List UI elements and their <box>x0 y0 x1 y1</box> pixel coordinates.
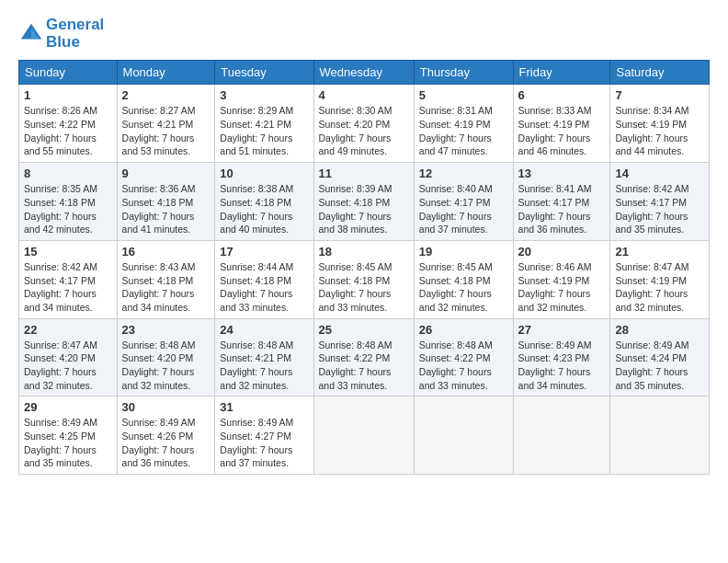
calendar-cell <box>414 396 513 475</box>
calendar-cell: 27Sunrise: 8:49 AMSunset: 4:23 PMDayligh… <box>513 318 610 396</box>
cell-info: Sunrise: 8:47 AMSunset: 4:19 PMDaylight:… <box>615 260 704 315</box>
calendar-header-wednesday: Wednesday <box>313 61 414 85</box>
calendar-cell: 28Sunrise: 8:49 AMSunset: 4:24 PMDayligh… <box>610 318 710 396</box>
calendar-header-thursday: Thursday <box>414 61 513 85</box>
calendar-header-monday: Monday <box>117 61 215 85</box>
calendar-cell: 18Sunrise: 8:45 AMSunset: 4:18 PMDayligh… <box>313 240 414 318</box>
logo-text: General Blue <box>46 17 104 51</box>
day-number: 6 <box>518 88 606 102</box>
cell-info: Sunrise: 8:46 AMSunset: 4:19 PMDaylight:… <box>518 260 606 315</box>
cell-info: Sunrise: 8:49 AMSunset: 4:27 PMDaylight:… <box>220 416 308 470</box>
calendar-cell: 7Sunrise: 8:34 AMSunset: 4:19 PMDaylight… <box>610 85 710 163</box>
cell-info: Sunrise: 8:48 AMSunset: 4:22 PMDaylight:… <box>319 339 409 393</box>
day-number: 16 <box>122 245 210 259</box>
calendar-cell: 30Sunrise: 8:49 AMSunset: 4:26 PMDayligh… <box>117 396 215 475</box>
calendar-cell: 16Sunrise: 8:43 AMSunset: 4:18 PMDayligh… <box>117 240 215 318</box>
calendar-header-sunday: Sunday <box>19 61 118 85</box>
calendar-cell: 12Sunrise: 8:40 AMSunset: 4:17 PMDayligh… <box>414 163 513 241</box>
cell-info: Sunrise: 8:45 AMSunset: 4:18 PMDaylight:… <box>319 260 409 315</box>
cell-info: Sunrise: 8:47 AMSunset: 4:20 PMDaylight:… <box>24 339 112 393</box>
calendar-cell: 17Sunrise: 8:44 AMSunset: 4:18 PMDayligh… <box>215 240 313 318</box>
day-number: 2 <box>122 88 210 102</box>
day-number: 7 <box>615 88 704 102</box>
cell-info: Sunrise: 8:34 AMSunset: 4:19 PMDaylight:… <box>615 104 704 158</box>
calendar-cell: 1Sunrise: 8:26 AMSunset: 4:22 PMDaylight… <box>19 85 118 163</box>
calendar-header-friday: Friday <box>513 61 610 85</box>
calendar-cell: 2Sunrise: 8:27 AMSunset: 4:21 PMDaylight… <box>117 85 215 163</box>
calendar-cell: 25Sunrise: 8:48 AMSunset: 4:22 PMDayligh… <box>313 318 414 396</box>
logo-icon <box>18 21 44 47</box>
calendar-cell: 6Sunrise: 8:33 AMSunset: 4:19 PMDaylight… <box>513 85 610 163</box>
cell-info: Sunrise: 8:49 AMSunset: 4:23 PMDaylight:… <box>518 339 606 393</box>
cell-info: Sunrise: 8:27 AMSunset: 4:21 PMDaylight:… <box>122 104 210 158</box>
day-number: 17 <box>220 245 308 259</box>
day-number: 3 <box>220 88 308 102</box>
day-number: 26 <box>419 323 508 337</box>
cell-info: Sunrise: 8:42 AMSunset: 4:17 PMDaylight:… <box>24 260 112 315</box>
cell-info: Sunrise: 8:43 AMSunset: 4:18 PMDaylight:… <box>122 260 210 315</box>
cell-info: Sunrise: 8:48 AMSunset: 4:20 PMDaylight:… <box>122 339 210 393</box>
day-number: 10 <box>220 167 308 180</box>
day-number: 13 <box>518 167 606 180</box>
cell-info: Sunrise: 8:39 AMSunset: 4:18 PMDaylight:… <box>319 182 409 236</box>
cell-info: Sunrise: 8:33 AMSunset: 4:19 PMDaylight:… <box>518 104 606 158</box>
cell-info: Sunrise: 8:49 AMSunset: 4:24 PMDaylight:… <box>615 339 704 393</box>
day-number: 21 <box>615 245 704 259</box>
day-number: 9 <box>122 167 210 180</box>
calendar-cell: 11Sunrise: 8:39 AMSunset: 4:18 PMDayligh… <box>313 163 414 241</box>
calendar-week-row: 8Sunrise: 8:35 AMSunset: 4:18 PMDaylight… <box>19 163 710 241</box>
day-number: 29 <box>24 400 112 414</box>
cell-info: Sunrise: 8:31 AMSunset: 4:19 PMDaylight:… <box>419 104 508 158</box>
calendar-week-row: 22Sunrise: 8:47 AMSunset: 4:20 PMDayligh… <box>19 318 710 396</box>
calendar-cell: 24Sunrise: 8:48 AMSunset: 4:21 PMDayligh… <box>215 318 313 396</box>
day-number: 31 <box>220 400 308 414</box>
day-number: 27 <box>518 323 606 337</box>
cell-info: Sunrise: 8:49 AMSunset: 4:26 PMDaylight:… <box>122 416 210 470</box>
calendar-cell: 22Sunrise: 8:47 AMSunset: 4:20 PMDayligh… <box>19 318 118 396</box>
calendar-cell: 29Sunrise: 8:49 AMSunset: 4:25 PMDayligh… <box>19 396 118 475</box>
day-number: 11 <box>319 167 409 180</box>
day-number: 5 <box>419 88 508 102</box>
calendar-cell: 8Sunrise: 8:35 AMSunset: 4:18 PMDaylight… <box>19 163 118 241</box>
day-number: 28 <box>615 323 704 337</box>
calendar-cell: 21Sunrise: 8:47 AMSunset: 4:19 PMDayligh… <box>610 240 710 318</box>
calendar-cell: 23Sunrise: 8:48 AMSunset: 4:20 PMDayligh… <box>117 318 215 396</box>
cell-info: Sunrise: 8:48 AMSunset: 4:22 PMDaylight:… <box>419 339 508 393</box>
cell-info: Sunrise: 8:49 AMSunset: 4:25 PMDaylight:… <box>24 416 112 470</box>
calendar-week-row: 15Sunrise: 8:42 AMSunset: 4:17 PMDayligh… <box>19 240 710 318</box>
day-number: 12 <box>419 167 508 180</box>
day-number: 14 <box>615 167 704 180</box>
calendar-cell: 20Sunrise: 8:46 AMSunset: 4:19 PMDayligh… <box>513 240 610 318</box>
day-number: 15 <box>24 245 112 259</box>
day-number: 22 <box>24 323 112 337</box>
day-number: 23 <box>122 323 210 337</box>
calendar-cell <box>313 396 414 475</box>
calendar-cell: 14Sunrise: 8:42 AMSunset: 4:17 PMDayligh… <box>610 163 710 241</box>
calendar-cell: 26Sunrise: 8:48 AMSunset: 4:22 PMDayligh… <box>414 318 513 396</box>
day-number: 24 <box>220 323 308 337</box>
calendar-cell: 10Sunrise: 8:38 AMSunset: 4:18 PMDayligh… <box>215 163 313 241</box>
day-number: 19 <box>419 245 508 259</box>
calendar-header-saturday: Saturday <box>610 61 710 85</box>
calendar-cell: 15Sunrise: 8:42 AMSunset: 4:17 PMDayligh… <box>19 240 118 318</box>
day-number: 1 <box>24 88 112 102</box>
cell-info: Sunrise: 8:45 AMSunset: 4:18 PMDaylight:… <box>419 260 508 315</box>
logo: General Blue <box>18 17 104 51</box>
calendar-cell: 5Sunrise: 8:31 AMSunset: 4:19 PMDaylight… <box>414 85 513 163</box>
day-number: 30 <box>122 400 210 414</box>
cell-info: Sunrise: 8:44 AMSunset: 4:18 PMDaylight:… <box>220 260 308 315</box>
day-number: 25 <box>319 323 409 337</box>
day-number: 20 <box>518 245 606 259</box>
cell-info: Sunrise: 8:26 AMSunset: 4:22 PMDaylight:… <box>24 104 112 158</box>
header: General Blue <box>18 17 710 51</box>
calendar-table: SundayMondayTuesdayWednesdayThursdayFrid… <box>18 60 710 475</box>
calendar-cell <box>513 396 610 475</box>
calendar-week-row: 29Sunrise: 8:49 AMSunset: 4:25 PMDayligh… <box>19 396 710 475</box>
cell-info: Sunrise: 8:40 AMSunset: 4:17 PMDaylight:… <box>419 182 508 236</box>
day-number: 18 <box>319 245 409 259</box>
calendar-cell: 31Sunrise: 8:49 AMSunset: 4:27 PMDayligh… <box>215 396 313 475</box>
cell-info: Sunrise: 8:30 AMSunset: 4:20 PMDaylight:… <box>319 104 409 158</box>
calendar-header-row: SundayMondayTuesdayWednesdayThursdayFrid… <box>19 61 710 85</box>
calendar-week-row: 1Sunrise: 8:26 AMSunset: 4:22 PMDaylight… <box>19 85 710 163</box>
cell-info: Sunrise: 8:38 AMSunset: 4:18 PMDaylight:… <box>220 182 308 236</box>
